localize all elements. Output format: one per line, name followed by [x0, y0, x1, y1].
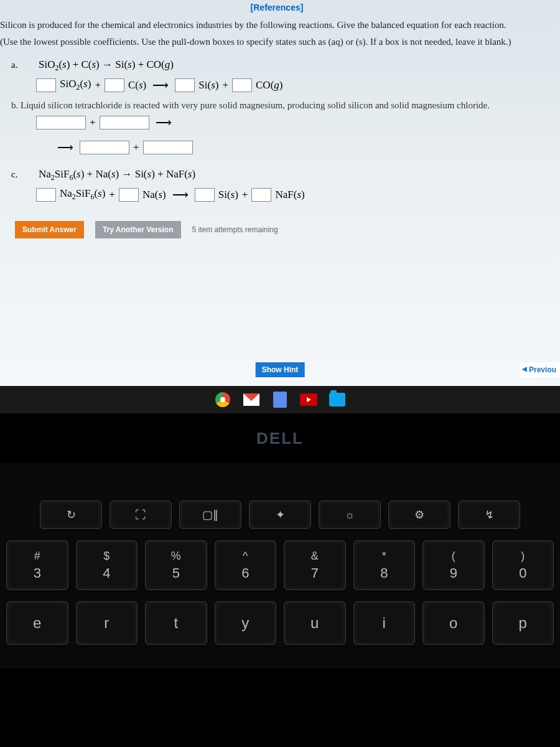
letter-key-o: o — [422, 601, 485, 645]
laptop-bezel: DELL — [0, 413, 560, 463]
number-key-6: ^6 — [215, 540, 277, 590]
label-a: a. — [11, 60, 36, 70]
number-key-9: (9 — [422, 540, 485, 590]
files-icon[interactable] — [329, 391, 346, 408]
given-eq-c: Na2SiF6(s) + Na(s) → Si(s) + NaF(s) — [39, 168, 195, 182]
fn-key: ✦ — [249, 500, 311, 529]
letter-key-e: e — [6, 601, 68, 645]
letter-key-t: t — [145, 601, 207, 645]
fn-key: ↯ — [458, 500, 520, 529]
fn-key: ☼ — [319, 500, 381, 529]
previous-button[interactable]: Previou — [520, 362, 560, 377]
number-key-3: #3 — [6, 540, 68, 590]
references-link[interactable]: [References] — [0, 0, 554, 12]
question-b-text: b. Liquid silicon tetrachloride is react… — [11, 100, 554, 111]
number-key-4: $4 — [76, 540, 138, 590]
notes-icon[interactable] — [271, 391, 289, 408]
letter-key-i: i — [353, 601, 416, 645]
chrome-icon[interactable] — [214, 391, 231, 408]
try-another-button[interactable]: Try Another Version — [95, 221, 181, 238]
number-key-5: %5 — [145, 540, 207, 590]
fn-key: ▢‖ — [179, 500, 241, 529]
question-a: a. SiO2(s) + C(s) → Si(s) + CO(g) SiO2(s… — [11, 59, 554, 93]
species-b4[interactable] — [143, 141, 193, 154]
youtube-icon[interactable] — [300, 391, 317, 408]
letter-key-r: r — [76, 601, 138, 645]
coef-c2[interactable] — [119, 188, 139, 202]
coef-c3[interactable] — [195, 188, 215, 202]
coef-a2[interactable] — [105, 78, 124, 92]
show-hint-button[interactable]: Show Hint — [256, 362, 305, 377]
fn-key: ⛶ — [110, 500, 172, 529]
letter-key-u: u — [284, 601, 346, 645]
question-c: c. Na2SiF6(s) + Na(s) → Si(s) + NaF(s) N… — [11, 168, 554, 202]
letter-key-p: p — [492, 601, 554, 645]
coef-a3[interactable] — [175, 78, 195, 92]
dell-logo: DELL — [256, 429, 304, 448]
answer-row-b1: + ⟶ — [36, 116, 554, 129]
arrow-icon: ⟶ — [150, 78, 171, 92]
attempts-remaining: 5 item attempts remaining — [192, 225, 278, 234]
arrow-icon: ⟶ — [153, 116, 174, 129]
taskbar — [0, 386, 560, 413]
submit-button[interactable]: Submit Answer — [15, 221, 84, 238]
label-c: c. — [11, 169, 36, 180]
coef-c1[interactable] — [36, 188, 56, 202]
intro-text: Silicon is produced for the chemical and… — [0, 12, 554, 37]
answer-row-c: Na2SiF6(s) + Na(s) ⟶ Si(s) + NaF(s) — [36, 187, 554, 202]
number-key-8: *8 — [353, 540, 416, 590]
number-key-7: &7 — [284, 540, 346, 590]
number-key-0: )0 — [492, 540, 554, 590]
action-row: Submit Answer Try Another Version 5 item… — [15, 221, 554, 238]
coef-c4[interactable] — [251, 188, 271, 202]
keyboard: ↻⛶▢‖✦☼⚙↯ #3$4%5^6&7*8(9)0 ertyuiop — [0, 463, 560, 669]
answer-row-b2: ⟶ + — [55, 141, 554, 154]
coef-a4[interactable] — [232, 78, 252, 92]
instruction-text: (Use the lowest possible coefficients. U… — [0, 37, 554, 54]
answer-row-a: SiO2(s) + C(s) ⟶ Si(s) + CO(g) — [36, 78, 554, 92]
gmail-icon[interactable] — [243, 391, 260, 408]
species-b2[interactable] — [100, 116, 149, 129]
fn-key: ↻ — [40, 500, 102, 529]
species-b3[interactable] — [80, 141, 129, 154]
fn-key: ⚙ — [388, 500, 450, 529]
given-eq-a: SiO2(s) + C(s) → Si(s) + CO(g) — [39, 59, 174, 73]
arrow-icon: ⟶ — [170, 188, 191, 202]
coef-a1[interactable] — [36, 78, 56, 92]
arrow-icon: ⟶ — [55, 141, 76, 154]
letter-key-y: y — [215, 601, 277, 645]
species-b1[interactable] — [36, 116, 86, 129]
